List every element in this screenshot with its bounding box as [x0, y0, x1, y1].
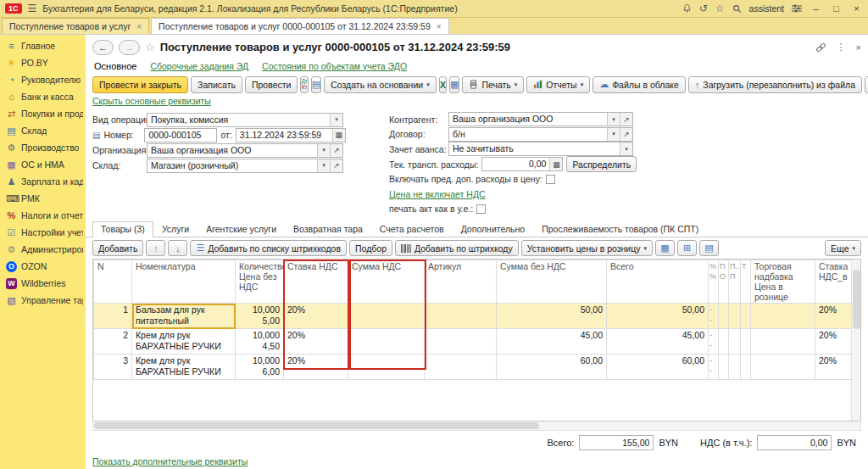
chevron-down-icon[interactable]: ▾	[317, 144, 330, 157]
sidebar-item-po-by[interactable]: ☀РО.BY	[0, 54, 86, 71]
chevron-down-icon[interactable]: ▾	[330, 114, 342, 126]
cell-sum-wo-vat[interactable]: 60,00	[497, 355, 607, 380]
favorite-star-icon[interactable]: ☆	[145, 41, 155, 53]
add-row-button[interactable]: Добавить	[92, 240, 143, 256]
assistant-label[interactable]: assistent	[749, 3, 784, 14]
cell-flag[interactable]: --	[709, 304, 719, 329]
cell-n[interactable]: 2	[94, 329, 132, 355]
contract-select[interactable]: б/н ▾ ↗	[448, 127, 633, 142]
horizontal-scrollbar[interactable]	[92, 422, 861, 431]
cell-flag[interactable]	[729, 355, 741, 380]
reload-from-file-button[interactable]: ↑Загрузить (перезаполнить) из файла	[688, 76, 862, 93]
main-menu-icon[interactable]: ☰	[28, 3, 37, 14]
tab-edo-states[interactable]: Состояния по объектам учета ЭДО	[262, 61, 407, 71]
price-vat-mode-link[interactable]: Цена не включает НДС	[389, 189, 486, 199]
cell-flag[interactable]	[729, 304, 741, 329]
tab-receipt-list[interactable]: Поступление товаров и услуг ×	[2, 18, 149, 34]
get-link-icon[interactable]	[815, 42, 826, 53]
cell-vat-sum[interactable]	[348, 329, 425, 355]
distribute-button[interactable]: Распределить	[566, 156, 637, 172]
chevron-down-icon[interactable]: ▾	[607, 113, 620, 126]
postings-dtkt-button[interactable]: ДтКт	[300, 76, 308, 93]
maximize-button[interactable]: □	[830, 3, 843, 14]
cell-markup[interactable]	[751, 304, 815, 329]
cell-qty-price[interactable]: 10,0006,00	[236, 355, 284, 380]
cell-markup[interactable]	[751, 329, 815, 355]
warehouse-select[interactable]: Магазин (розничный) ▾ ↗	[147, 159, 343, 173]
list-settings-button[interactable]: ▤	[699, 240, 719, 256]
col-vat-sum[interactable]: Сумма НДС	[348, 260, 425, 304]
vertical-scrollbar[interactable]	[851, 260, 860, 421]
sidebar-item-administration[interactable]: ⚙Администрирование	[0, 241, 86, 258]
forward-button[interactable]: →	[119, 40, 140, 55]
copy-row-button[interactable]: ⊞	[677, 240, 697, 256]
cell-flag[interactable]	[741, 304, 751, 329]
operation-type-select[interactable]: Покупка, комиссия ▾	[147, 113, 343, 127]
sliders-icon[interactable]	[792, 4, 802, 13]
scrollbar-thumb[interactable]	[94, 422, 539, 429]
cell-qty-price[interactable]: 10,0004,50	[236, 329, 284, 355]
open-icon[interactable]: ↗	[620, 113, 632, 126]
sidebar-item-production[interactable]: ⚙Производство	[0, 139, 86, 156]
cell-nomenclature[interactable]: Крем для рук БАРХАТНЫЕ РУЧКИ	[132, 329, 236, 355]
open-icon[interactable]: ↗	[620, 128, 632, 141]
close-document-icon[interactable]: ×	[856, 42, 861, 53]
cell-n[interactable]: 3	[94, 355, 132, 380]
col-flag-1[interactable]: %%	[709, 260, 719, 304]
tab-services[interactable]: Услуги	[153, 221, 198, 237]
open-icon[interactable]: ↗	[330, 144, 342, 157]
sidebar-item-salary-hr[interactable]: ♟Зарплата и кадры	[0, 173, 86, 190]
tab-returnable-packaging[interactable]: Возвратная тара	[285, 221, 371, 237]
cell-vat-rate[interactable]: 20%	[284, 329, 348, 355]
sidebar-item-bank-cash[interactable]: ⌂Банк и касса	[0, 88, 86, 105]
sidebar-item-wildberries[interactable]: WWildberries	[0, 275, 86, 292]
col-flag-4[interactable]: Т	[741, 260, 751, 304]
cell-total[interactable]: 50,00	[607, 304, 709, 329]
cell-vat-sum[interactable]	[348, 304, 425, 329]
history-icon[interactable]: ↺	[699, 3, 708, 14]
post-button[interactable]: Провести	[245, 76, 298, 93]
cell-vat-sum[interactable]	[348, 355, 425, 380]
more-button[interactable]: Еще▾	[865, 76, 868, 93]
add-by-barcode-button[interactable]: Добавить по штрихкоду	[395, 240, 519, 256]
sidebar-item-taxes-reports[interactable]: %Налоги и отчетность	[0, 207, 86, 224]
col-markup[interactable]: Торговая надбавкаЦена в рознице	[751, 260, 815, 304]
back-button[interactable]: ←	[92, 40, 114, 55]
cell-article[interactable]	[425, 355, 497, 380]
cell-flag[interactable]	[741, 329, 751, 355]
tab-traceability[interactable]: Прослеживаемость товаров (ПК СПТ)	[533, 221, 707, 237]
col-n[interactable]: N	[94, 260, 132, 304]
grid-more-button[interactable]: Еще▾	[825, 240, 861, 256]
create-based-on-button[interactable]: Создать на основании▾	[324, 76, 436, 93]
document-structure-button[interactable]: ▤	[311, 76, 321, 93]
cell-flag[interactable]: --	[709, 355, 719, 380]
calendar-icon[interactable]: ▦	[549, 158, 562, 170]
cell-flag[interactable]: --	[709, 329, 719, 355]
more-actions-icon[interactable]: ⋮	[837, 42, 846, 53]
open-icon[interactable]: ↗	[330, 159, 342, 172]
chevron-down-icon[interactable]: ▾	[620, 142, 632, 155]
cell-total[interactable]: 60,00	[607, 355, 709, 380]
cloud-files-button[interactable]: ☁Файлы в облаке	[593, 76, 686, 93]
cell-flag[interactable]	[719, 355, 729, 380]
grid-settings-button[interactable]: ▦	[655, 240, 675, 256]
counterparty-select[interactable]: Ваша организация ООО ▾ ↗	[448, 112, 633, 126]
transport-costs-input[interactable]: 0,00 ▦	[481, 157, 563, 171]
cell-nomenclature[interactable]: Бальзам для рук питательный	[132, 304, 236, 329]
tab-assembly-tasks[interactable]: Сборочные задания ЭД	[150, 61, 248, 71]
tab-agent-services[interactable]: Агентские услуги	[198, 221, 285, 237]
minimize-button[interactable]: –	[810, 3, 822, 14]
tab-receipt-document[interactable]: Поступление товаров и услуг 0000-000105 …	[151, 18, 449, 34]
table-row[interactable]: 1 Бальзам для рук питательный 10,0005,00…	[94, 304, 862, 329]
cell-vat-rate[interactable]: 20%	[284, 304, 348, 329]
date-input[interactable]: 31.12.2024 23:59:59 ▦	[236, 128, 346, 142]
sidebar-item-warehouse[interactable]: ▤Склад	[0, 122, 86, 139]
cell-qty-price[interactable]: 10,0005,00	[236, 304, 284, 329]
col-qty-price[interactable]: КоличествоЦена без НДС	[236, 260, 284, 304]
table-row[interactable]: 2 Крем для рук БАРХАТНЫЕ РУЧКИ 10,0004,5…	[94, 329, 862, 355]
organization-select[interactable]: Ваша организация ООО ▾ ↗	[147, 143, 343, 158]
col-vat-rate[interactable]: Ставка НДС	[284, 260, 348, 304]
sidebar-item-rmk[interactable]: ⌨РМК	[0, 190, 86, 207]
sidebar-item-main[interactable]: ≡Главное	[0, 37, 86, 54]
close-button[interactable]: ×	[850, 3, 863, 14]
